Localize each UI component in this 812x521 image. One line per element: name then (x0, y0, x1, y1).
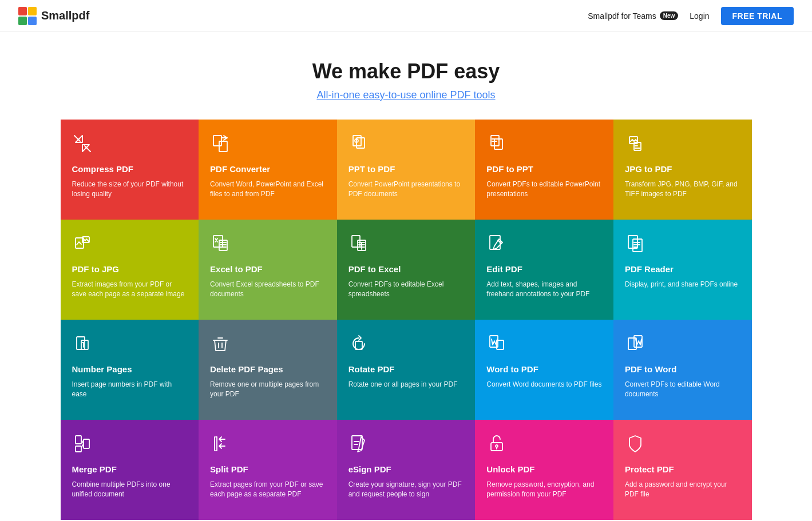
compress-pdf-desc: Reduce the size of your PDF without losi… (72, 180, 188, 200)
unlock-pdf-desc: Remove password, encryption, and permiss… (486, 480, 602, 500)
tool-card-unlock-pdf[interactable]: Unlock PDF Remove password, encryption, … (475, 420, 613, 520)
teams-link[interactable]: Smallpdf for Teams New (588, 11, 678, 21)
rotate-pdf-icon (348, 333, 464, 360)
svg-rect-7 (491, 136, 499, 146)
pdf-to-excel-icon (348, 233, 464, 260)
free-trial-button[interactable]: FREE TRIAL (721, 7, 794, 25)
tool-card-pdf-to-word[interactable]: PDF to Word Convert PDFs to editable Wor… (613, 320, 752, 420)
word-to-pdf-title: Word to PDF (486, 364, 602, 374)
ppt-to-pdf-icon (348, 133, 464, 160)
pdf-to-excel-title: PDF to Excel (348, 264, 464, 274)
excel-to-pdf-icon (210, 233, 326, 260)
svg-rect-8 (494, 139, 502, 149)
nav-right: Smallpdf for Teams New Login FREE TRIAL (588, 7, 794, 25)
svg-rect-31 (491, 443, 502, 451)
number-pages-desc: Insert page numbers in PDF with ease (72, 380, 188, 400)
tool-card-ppt-to-pdf[interactable]: PPT to PDF Convert PowerPoint presentati… (337, 120, 476, 220)
svg-rect-15 (352, 236, 360, 247)
login-button[interactable]: Login (690, 11, 709, 21)
logo-text: Smallpdf (41, 9, 89, 22)
split-pdf-desc: Extract pages from your PDF or save each… (210, 480, 326, 500)
protect-pdf-desc: Add a password and encrypt your PDF file (625, 480, 740, 500)
new-badge: New (660, 11, 679, 20)
svg-rect-14 (219, 240, 227, 250)
pdf-to-word-icon (625, 333, 740, 360)
tool-card-split-pdf[interactable]: Split PDF Extract pages from your PDF or… (199, 420, 337, 520)
compress-pdf-title: Compress PDF (72, 164, 188, 174)
tool-card-delete-pdf-pages[interactable]: Delete PDF Pages Remove one or multiple … (199, 320, 337, 420)
delete-pdf-pages-icon (210, 333, 326, 360)
pdf-to-word-title: PDF to Word (625, 364, 740, 374)
pdf-to-jpg-desc: Extract images from your PDF or save eac… (72, 280, 188, 300)
word-to-pdf-desc: Convert Word documents to PDF files (486, 380, 602, 389)
tool-card-pdf-reader[interactable]: PDF Reader Display, print, and share PDF… (613, 220, 752, 320)
number-pages-title: Number Pages (72, 364, 188, 374)
number-pages-icon (72, 333, 188, 360)
hero-subtitle-end: PDF tools (447, 89, 496, 101)
tool-card-esign-pdf[interactable]: eSign PDF Create your signature, sign yo… (337, 420, 476, 520)
logo[interactable]: Smallpdf (18, 7, 89, 25)
svg-rect-17 (490, 236, 500, 249)
svg-rect-28 (76, 446, 81, 452)
rotate-pdf-title: Rotate PDF (348, 364, 464, 374)
pdf-to-jpg-title: PDF to JPG (72, 264, 188, 274)
svg-marker-0 (76, 136, 82, 142)
compress-pdf-icon (72, 133, 188, 160)
tool-card-edit-pdf[interactable]: Edit PDF Add text, shapes, images and fr… (475, 220, 613, 320)
pdf-reader-title: PDF Reader (625, 264, 740, 274)
tool-card-pdf-converter[interactable]: PDF Converter Convert Word, PowerPoint a… (199, 120, 337, 220)
tool-card-pdf-to-excel[interactable]: PDF to Excel Convert PDFs to editable Ex… (337, 220, 476, 320)
pdf-reader-desc: Display, print, and share PDFs online (625, 280, 740, 289)
tool-card-compress-pdf[interactable]: Compress PDF Reduce the size of your PDF… (61, 120, 199, 220)
svg-rect-13 (213, 236, 223, 247)
pdf-to-jpg-icon (72, 233, 188, 260)
tool-card-number-pages[interactable]: Number Pages Insert page numbers in PDF … (61, 320, 199, 420)
hero-title: We make PDF easy (0, 59, 812, 83)
tool-card-merge-pdf[interactable]: Merge PDF Combine multiple PDFs into one… (61, 420, 199, 520)
edit-pdf-title: Edit PDF (486, 264, 602, 274)
site-header: Smallpdf Smallpdf for Teams New Login FR… (0, 0, 812, 32)
tools-grid: Compress PDF Reduce the size of your PDF… (52, 120, 761, 520)
hero-subtitle-link[interactable]: online (420, 89, 447, 101)
pdf-reader-icon (625, 233, 740, 260)
edit-pdf-icon (486, 233, 602, 260)
svg-rect-2 (213, 136, 221, 146)
rotate-pdf-desc: Rotate one or all pages in your PDF (348, 380, 464, 389)
hero-section: We make PDF easy All-in-one easy-to-use … (0, 32, 812, 120)
tool-card-pdf-to-jpg[interactable]: PDF to JPG Extract images from your PDF … (61, 220, 199, 320)
merge-pdf-icon (72, 433, 188, 460)
jpg-to-pdf-icon (625, 133, 740, 160)
delete-pdf-pages-title: Delete PDF Pages (210, 364, 326, 374)
tool-card-excel-to-pdf[interactable]: Excel to PDF Convert Excel spreadsheets … (199, 220, 337, 320)
svg-rect-29 (84, 439, 89, 448)
pdf-to-ppt-desc: Convert PDFs to editable PowerPoint pres… (486, 180, 602, 200)
tool-card-word-to-pdf[interactable]: Word to PDF Convert Word documents to PD… (475, 320, 613, 420)
svg-rect-25 (628, 338, 636, 349)
svg-rect-5 (353, 136, 361, 146)
pdf-to-ppt-title: PDF to PPT (486, 164, 602, 174)
ppt-to-pdf-title: PPT to PDF (348, 164, 464, 174)
jpg-to-pdf-title: JPG to PDF (625, 164, 740, 174)
merge-pdf-desc: Combine multiple PDFs into one unified d… (72, 480, 188, 500)
excel-to-pdf-desc: Convert Excel spreadsheets to PDF docume… (210, 280, 326, 300)
pdf-to-word-desc: Convert PDFs to editable Word documents (625, 380, 740, 400)
tool-card-rotate-pdf[interactable]: Rotate PDF Rotate one or all pages in yo… (337, 320, 476, 420)
excel-to-pdf-title: Excel to PDF (210, 264, 326, 274)
tool-card-jpg-to-pdf[interactable]: JPG to PDF Transform JPG, PNG, BMP, GIF,… (613, 120, 752, 220)
hero-subtitle-plain: All-in-one easy-to-use (316, 89, 419, 101)
pdf-to-excel-desc: Convert PDFs to editable Excel spreadshe… (348, 280, 464, 300)
pdf-converter-title: PDF Converter (210, 164, 326, 174)
svg-rect-22 (355, 341, 362, 349)
split-pdf-icon (210, 433, 326, 460)
pdf-converter-desc: Convert Word, PowerPoint and Excel files… (210, 180, 326, 200)
split-pdf-title: Split PDF (210, 464, 326, 474)
logo-icon (18, 7, 37, 25)
protect-pdf-title: Protect PDF (625, 464, 740, 474)
hero-subtitle: All-in-one easy-to-use online PDF tools (0, 89, 812, 101)
ppt-to-pdf-desc: Convert PowerPoint presentations to PDF … (348, 180, 464, 200)
tool-card-protect-pdf[interactable]: Protect PDF Add a password and encrypt y… (613, 420, 752, 520)
protect-pdf-icon (625, 433, 740, 460)
svg-rect-27 (76, 436, 81, 444)
tool-card-pdf-to-ppt[interactable]: PDF to PPT Convert PDFs to editable Powe… (475, 120, 613, 220)
pdf-to-ppt-icon (486, 133, 602, 160)
